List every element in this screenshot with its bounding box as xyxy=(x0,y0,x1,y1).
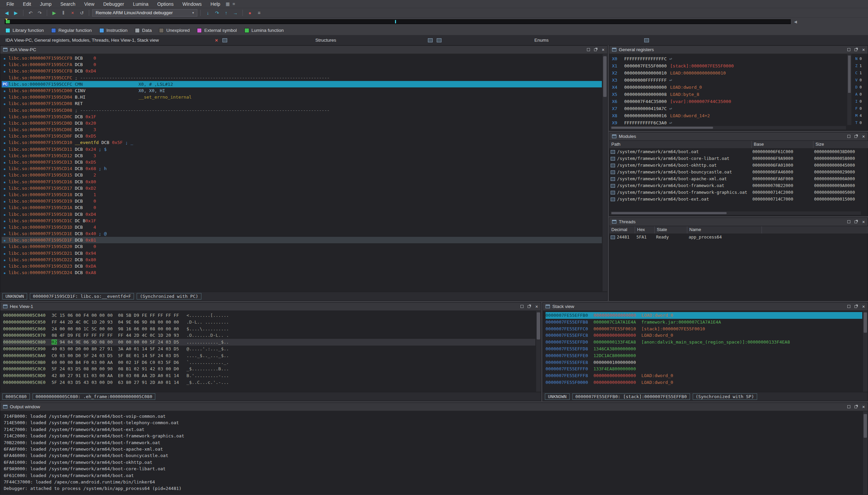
hex-row[interactable]: 000000000005C06024 00 00 00 1C 5C 00 00 … xyxy=(3,326,535,332)
detach-icon[interactable]: ↺ xyxy=(78,9,86,17)
module-row[interactable]: /system/framework/arm64/boot-bouncycastl… xyxy=(609,169,868,175)
column-base[interactable]: Base xyxy=(752,141,814,148)
register-row[interactable]: X0FFFFFFFFFFFFFFFC↩ xyxy=(612,55,846,62)
hex-view-titlebar[interactable]: Hex View-1 × xyxy=(0,303,541,311)
nav-back-icon[interactable]: ◀ xyxy=(3,9,11,17)
close-icon[interactable]: × xyxy=(862,305,865,308)
register-row[interactable]: X20000000000000010LOAD:0000000000000010 xyxy=(612,69,846,76)
navigation-band[interactable]: ◀ xyxy=(0,18,868,26)
stack-row[interactable]: 0000007FE55EFFE80000000100000000 xyxy=(546,359,862,366)
float-icon[interactable] xyxy=(854,49,857,51)
modules-list[interactable]: /system/framework/arm64/boot.oat00000000… xyxy=(609,149,868,210)
disasm-line[interactable]: libc.so:0000007F1595CD1B DCB 0xD4 xyxy=(2,211,602,218)
register-row[interactable]: X50000000000000008LOAD:byte_8 xyxy=(612,91,846,98)
redo-icon[interactable]: ↷ xyxy=(36,9,44,17)
hex-row[interactable]: 000000000005C0B060 00 00 B4 F0 03 00 AA … xyxy=(3,359,535,366)
module-row[interactable]: /system/framework/arm64/boot-core-libart… xyxy=(609,155,868,162)
scrollbar-thumb[interactable] xyxy=(864,312,867,333)
disasm-line[interactable]: libc.so:0000007F1595CD11 DCB 0x24 ; $ xyxy=(2,146,602,152)
enums-panel-icon[interactable] xyxy=(644,38,649,42)
step-into-icon[interactable]: ↓ xyxy=(204,9,212,17)
stack-row[interactable]: 0000007FE55EFFB80000007C1A7A1E4Aframewor… xyxy=(546,319,862,326)
close-icon[interactable]: × xyxy=(602,48,604,51)
tab-structures[interactable]: Structures xyxy=(315,35,336,46)
column-name[interactable]: Name xyxy=(687,226,762,234)
maximize-icon[interactable] xyxy=(847,305,850,308)
structures-panel-icon-2[interactable] xyxy=(437,38,441,42)
maximize-icon[interactable] xyxy=(587,48,590,51)
disasm-line[interactable]: libc.so:0000007F1595CD23 DCB 0xDA xyxy=(2,263,602,269)
disasm-line[interactable]: libc.so:0000007F1595CD16 DCB 0x80 xyxy=(2,178,602,185)
stack-row[interactable]: 0000007FE55EFFD81346CA3800000000 xyxy=(546,346,862,352)
undo-icon[interactable]: ↶ xyxy=(27,9,35,17)
close-icon[interactable]: × xyxy=(862,220,865,224)
stack-row[interactable]: 0000007FE55EFFE012DC1AC800000000 xyxy=(546,352,862,359)
modules-hscrollbar[interactable] xyxy=(611,211,861,215)
disasm-line[interactable]: libc.so:0000007F1595CD0E DCB 3 xyxy=(2,126,602,133)
stack-row[interactable]: 0000007FE55EFFC80000000000000000LOAD:dwo… xyxy=(546,332,862,339)
module-row[interactable]: /system/framework/arm64/boot-framework-g… xyxy=(609,189,868,196)
terminate-process-icon[interactable]: × xyxy=(68,9,77,17)
disasm-line[interactable]: libc.so:0000007F1595CD0F DCB 0xD5 xyxy=(2,133,602,139)
column-decimal[interactable]: Decimal xyxy=(609,226,635,234)
scrollbar-thumb[interactable] xyxy=(611,127,713,129)
run-to-cursor-icon[interactable]: → xyxy=(231,9,239,17)
menu-file[interactable]: File xyxy=(2,0,19,8)
disasm-line[interactable]: libc.so:0000007F1595CD00 CINV X0, X0, HI xyxy=(2,87,602,94)
hex-row[interactable]: 000000000005C07008 4F D9 FE FF FF FF FF … xyxy=(3,332,535,339)
disasm-line[interactable]: libc.so:0000007F1595CD1A DCB 0 xyxy=(2,204,602,211)
disassembly-scrollbar[interactable] xyxy=(602,54,607,291)
stack-view-titlebar[interactable]: Stack view × xyxy=(543,303,868,311)
disasm-line[interactable]: libc.so:0000007F1595CD1E DCB 0x40 ; @ xyxy=(2,231,602,237)
debugger-selector[interactable]: Remote ARM Linux/Android debugger▾ xyxy=(92,9,197,17)
hex-row[interactable]: 000000000005C0A0C0 03 00 D0 5F 24 03 D5 … xyxy=(3,352,535,359)
menu-search[interactable]: Search xyxy=(56,0,80,8)
register-row[interactable]: X10000007FE55F0000[stack]:0000007FE55F00… xyxy=(612,62,846,69)
ida-view-titlebar[interactable]: IDA View-PC × xyxy=(0,46,607,54)
output-scrollbar[interactable] xyxy=(863,411,868,494)
stack-row[interactable]: 0000007FE55F00000000000000000000LOAD:dwo… xyxy=(546,379,862,386)
hex-row[interactable]: 000000000005C08002 94 04 9E 06 9D 08 00 … xyxy=(3,339,535,346)
modules-titlebar[interactable]: Modules × xyxy=(609,133,868,141)
threads-titlebar[interactable]: Threads × xyxy=(609,218,868,226)
menu-lumina[interactable]: Lumina xyxy=(129,0,153,8)
tab-enums[interactable]: Enums xyxy=(534,35,549,46)
menu-grid-icon[interactable]: ▦ xyxy=(225,1,231,6)
float-icon[interactable] xyxy=(854,135,857,138)
disasm-line[interactable]: libc.so:0000007F1595CD12 DCB 3 xyxy=(2,152,602,159)
register-row[interactable]: X60000007F44C35000[vvar]:0000007F44C3500… xyxy=(612,98,846,105)
disasm-line[interactable]: PClibc.so:0000007F1595CCFC CMN X0, # ,LS… xyxy=(2,81,602,87)
disasm-line[interactable]: libc.so:0000007F1595CD08 ; -------------… xyxy=(2,107,602,114)
windows-icon[interactable] xyxy=(222,38,227,42)
registers-scrollbar[interactable] xyxy=(847,54,851,125)
stack-row[interactable]: 0000007FE55EFFF80000000000000000LOAD:dwo… xyxy=(546,372,862,379)
disasm-line[interactable]: libc.so:0000007F1595CD0D DCB 0x20 xyxy=(2,120,602,126)
threads-header[interactable]: Decimal Hex State Name xyxy=(609,226,868,234)
disasm-line[interactable]: libc.so:0000007F1595CD24 DCB 0xA8 xyxy=(2,269,602,276)
disasm-line[interactable]: libc.so:0000007F1595CD19 DCB 0 xyxy=(2,198,602,204)
disassembly-listing[interactable]: libc.so:0000007F1595CCF9 DCB 0libc.so:00… xyxy=(0,54,602,291)
registers-hscrollbar[interactable] xyxy=(611,126,846,130)
registers-titlebar[interactable]: General registers × xyxy=(609,46,868,54)
menu-windows[interactable]: Windows xyxy=(178,0,206,8)
breakpoints-icon[interactable]: ● xyxy=(246,9,254,17)
disasm-line[interactable]: libc.so:0000007F1595CD20 DCB 0 xyxy=(2,243,602,250)
disasm-line[interactable]: libc.so:0000007F1595CCF9 DCB 0 xyxy=(2,55,602,61)
column-hex[interactable]: Hex xyxy=(635,226,655,234)
scrollbar-thumb[interactable] xyxy=(611,212,727,214)
hex-listing[interactable]: 000000000005C0403C 15 06 00 F4 00 00 00 … xyxy=(0,311,535,392)
maximize-icon[interactable] xyxy=(847,135,850,138)
stack-listing[interactable]: 0000007FE55EFFB00000000000000000LOAD:dwo… xyxy=(543,311,862,392)
hex-row[interactable]: 000000000005C0C05F 24 03 D5 08 00 00 90 … xyxy=(3,365,535,372)
step-over-icon[interactable]: ↷ xyxy=(213,9,221,17)
output-lines[interactable]: 714FB000: loaded /system/framework/arm64… xyxy=(0,411,862,494)
stack-scrollbar[interactable] xyxy=(863,311,868,392)
register-row[interactable]: X80000000000000016LOAD:dword_14+2 xyxy=(612,112,846,119)
registers-list[interactable]: X0FFFFFFFFFFFFFFFC↩X10000007FE55F0000[st… xyxy=(609,54,846,125)
disasm-line[interactable]: libc.so:0000007F1595CD04 B.HI __set_errn… xyxy=(2,94,602,100)
menu-jump[interactable]: Jump xyxy=(36,0,56,8)
hex-row[interactable]: 000000000005C09040 03 00 D0 00 80 27 91 … xyxy=(3,346,535,352)
disasm-line[interactable]: libc.so:0000007F1595CD22 DCB 0x80 xyxy=(2,256,602,263)
hex-scrollbar[interactable] xyxy=(536,311,541,392)
disasm-line[interactable]: libc.so:0000007F1595CD18 DCB 1 xyxy=(2,191,602,198)
